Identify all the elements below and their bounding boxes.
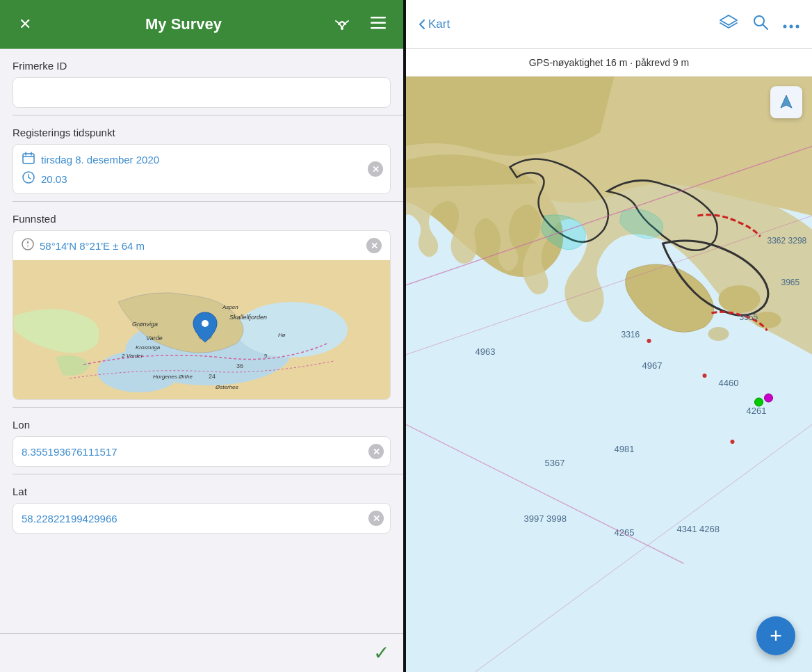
svg-point-35: [790, 24, 793, 28]
right-header: Kart: [406, 0, 812, 49]
layers-icon[interactable]: [719, 14, 738, 35]
svg-text:2 Varder: 2 Varder: [121, 353, 143, 359]
gps-bar: GPS-nøyaktighet 16 m · påkrevd 9 m: [406, 49, 812, 77]
compass-icon: [22, 238, 34, 253]
funnsted-label: Funnsted: [13, 213, 391, 225]
svg-point-60: [647, 339, 651, 343]
svg-text:3997 3998: 3997 3998: [524, 513, 567, 524]
lon-input[interactable]: [13, 436, 391, 467]
svg-text:4265: 4265: [615, 527, 635, 538]
fab-label: +: [770, 624, 782, 648]
map-area[interactable]: 4963 5367 4967 4460 4261 4981 3997 3998 …: [406, 77, 812, 672]
datetime-clear-button[interactable]: ✕: [368, 161, 383, 177]
form-content: Frimerke ID Registerings tidspunkt: [0, 49, 403, 672]
svg-rect-1: [371, 17, 386, 19]
svg-text:Varde: Varde: [146, 335, 163, 342]
header-bar: ✕ My Survey: [0, 0, 403, 49]
date-row: tirsdag 8. desember 2020: [22, 152, 382, 167]
svg-point-62: [731, 440, 735, 444]
registrering-section: Registerings tidspunkt tirsdag 8. desemb…: [0, 115, 403, 201]
right-panel: Kart: [406, 0, 812, 672]
svg-text:4981: 4981: [615, 444, 635, 454]
svg-point-38: [719, 285, 761, 313]
svg-text:Krossviga: Krossviga: [136, 344, 161, 351]
coords-row: 58°14'N 8°21'E ± 64 m ✕: [13, 231, 390, 260]
location-clear-button[interactable]: ✕: [366, 238, 382, 253]
svg-text:3316: 3316: [622, 330, 640, 339]
lon-label: Lon: [13, 419, 391, 431]
svg-text:5367: 5367: [545, 458, 565, 468]
svg-point-61: [703, 374, 707, 378]
lat-input-wrapper: ✕: [13, 503, 391, 534]
back-label: Kart: [428, 17, 450, 31]
svg-point-36: [796, 24, 799, 28]
registrering-label: Registerings tidspunkt: [13, 127, 391, 138]
svg-text:Horgenes Ørthe: Horgenes Ørthe: [153, 374, 193, 380]
frimerke-input[interactable]: [13, 77, 391, 108]
svg-rect-3: [371, 27, 386, 29]
location-box: 58°14'N 8°21'E ± 64 m ✕: [13, 230, 391, 400]
menu-icon[interactable]: [366, 15, 391, 34]
svg-text:Hø: Hø: [278, 332, 286, 338]
svg-point-17: [236, 302, 348, 358]
frimerke-section: Frimerke ID: [0, 49, 403, 115]
location-button[interactable]: [770, 86, 802, 118]
signal-icon[interactable]: [330, 15, 355, 34]
bottom-bar: ✓: [0, 633, 403, 672]
coordinates-text: 58°14'N 8°21'E ± 64 m: [40, 240, 361, 252]
svg-text:3362 3298: 3362 3298: [768, 236, 807, 246]
date-value: tirsdag 8. desember 2020: [41, 154, 159, 166]
time-row: 20.03: [22, 171, 382, 186]
page-title: My Survey: [38, 15, 330, 33]
svg-text:Skallelfjorden: Skallelfjorden: [229, 314, 267, 321]
svg-point-58: [755, 398, 763, 406]
clock-icon: [22, 171, 35, 186]
add-button[interactable]: +: [756, 616, 795, 655]
svg-line-10: [29, 177, 31, 179]
datetime-box[interactable]: tirsdag 8. desember 2020 20.03 ✕: [13, 144, 391, 194]
right-header-icons: [719, 14, 799, 35]
svg-point-59: [765, 394, 773, 402]
lat-clear-button[interactable]: ✕: [368, 511, 384, 526]
left-panel: ✕ My Survey: [0, 0, 403, 672]
lon-section: Lon ✕: [0, 408, 403, 474]
close-icon[interactable]: ✕: [13, 15, 38, 33]
svg-rect-2: [371, 22, 386, 24]
svg-text:Grønviga: Grønviga: [132, 321, 158, 328]
svg-text:3555: 3555: [740, 312, 758, 322]
svg-text:5: 5: [264, 353, 268, 359]
map-thumbnail[interactable]: 36 5 24 Grønviga Varde Krossviga 2 Varde…: [13, 260, 390, 399]
svg-text:4967: 4967: [642, 360, 663, 371]
frimerke-label: Frimerke ID: [13, 60, 391, 72]
lon-input-wrapper: ✕: [13, 436, 391, 467]
gps-text: GPS-nøyaktighet 16 m · påkrevd 9 m: [529, 57, 689, 68]
lon-clear-button[interactable]: ✕: [368, 444, 384, 459]
svg-marker-13: [27, 245, 29, 249]
svg-point-31: [202, 320, 209, 327]
svg-point-40: [708, 327, 729, 341]
lat-section: Lat ✕: [0, 474, 403, 541]
svg-text:Østerhee: Østerhee: [215, 384, 238, 390]
funnsted-section: Funnsted 58°14'N 8°21'E ± 64 m ✕: [0, 202, 403, 407]
svg-point-0: [341, 27, 343, 30]
time-value: 20.03: [41, 173, 67, 185]
more-icon[interactable]: [783, 15, 799, 33]
lat-input[interactable]: [13, 503, 391, 534]
search-icon[interactable]: [752, 14, 769, 35]
lat-label: Lat: [13, 486, 391, 497]
svg-rect-4: [23, 154, 34, 163]
svg-text:4963: 4963: [476, 346, 496, 357]
svg-marker-12: [27, 240, 29, 244]
svg-text:36: 36: [236, 362, 243, 369]
svg-text:4460: 4460: [719, 378, 739, 388]
svg-point-34: [783, 24, 787, 28]
svg-text:4341 4268: 4341 4268: [677, 524, 720, 534]
calendar-icon: [22, 152, 35, 167]
svg-text:4261: 4261: [747, 406, 767, 416]
back-button[interactable]: Kart: [419, 17, 450, 31]
svg-line-33: [763, 24, 768, 29]
svg-text:Aspen: Aspen: [222, 304, 238, 310]
svg-text:24: 24: [209, 373, 216, 380]
svg-text:3965: 3965: [781, 278, 800, 287]
confirm-button[interactable]: ✓: [373, 641, 389, 664]
